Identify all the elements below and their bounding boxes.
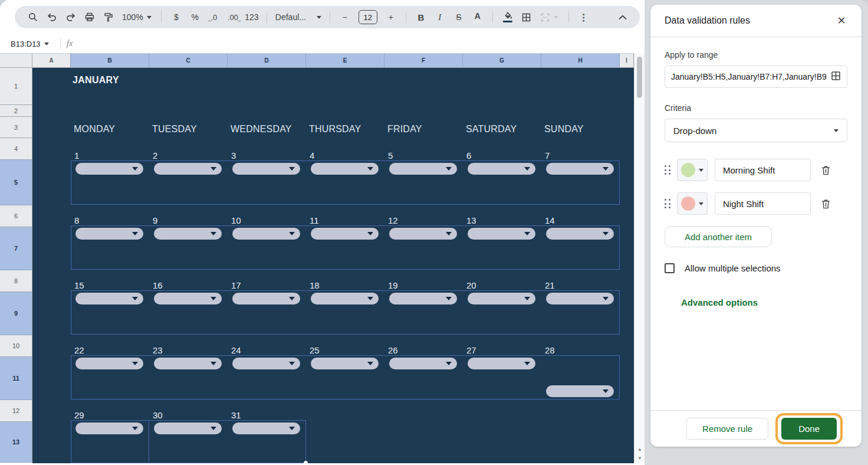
shift-dropdown-cell[interactable] <box>154 358 222 369</box>
shift-dropdown-cell[interactable] <box>311 163 379 175</box>
more-formats-button[interactable]: 123 <box>243 8 261 26</box>
strikethrough-button[interactable]: S <box>450 8 468 26</box>
shift-dropdown-cell[interactable] <box>75 163 143 175</box>
shift-dropdown-cell[interactable] <box>154 423 222 434</box>
shift-dropdown-cell[interactable] <box>75 228 143 240</box>
delete-item-icon[interactable] <box>818 196 833 211</box>
column-header-A[interactable]: A <box>32 53 71 68</box>
add-another-item-button[interactable]: Add another item <box>665 226 772 247</box>
row-header-8[interactable]: 8 <box>0 270 32 292</box>
done-button[interactable]: Done <box>781 418 837 440</box>
drag-handle-icon[interactable] <box>665 199 672 208</box>
font-name-select[interactable]: Defaul... <box>273 8 324 26</box>
allow-multiple-checkbox[interactable] <box>665 263 675 273</box>
name-box[interactable]: B13:D13 <box>0 40 59 48</box>
redo-icon[interactable] <box>62 8 80 26</box>
row-header-10[interactable]: 10 <box>0 335 32 357</box>
italic-button[interactable]: I <box>431 8 449 26</box>
text-color-button[interactable]: A <box>469 8 486 26</box>
row-header-2[interactable]: 2 <box>0 105 32 117</box>
shift-dropdown-cell[interactable] <box>389 358 457 369</box>
bold-button[interactable]: B <box>412 8 430 26</box>
item-label-input[interactable]: Morning Shift <box>715 159 811 181</box>
drag-handle-icon[interactable] <box>665 165 672 175</box>
font-size-input[interactable]: 12 <box>359 10 377 24</box>
scroll-up-icon[interactable]: ▲ <box>637 447 642 452</box>
item-color-picker[interactable] <box>677 159 708 181</box>
zoom-control[interactable]: 100% <box>119 8 155 26</box>
shift-dropdown-cell[interactable] <box>232 163 300 175</box>
row-header-6[interactable]: 6 <box>0 205 32 227</box>
item-label-input[interactable]: Night Shift <box>715 192 811 215</box>
delete-item-icon[interactable] <box>818 162 833 178</box>
shift-dropdown-cell[interactable] <box>75 423 143 434</box>
remove-rule-button[interactable]: Remove rule <box>686 418 768 440</box>
shift-dropdown-cell[interactable] <box>468 358 535 369</box>
print-icon[interactable] <box>81 8 98 26</box>
paint-format-icon[interactable] <box>100 8 117 26</box>
row-header-5[interactable]: 5 <box>0 160 32 205</box>
row-header-1[interactable]: 1 <box>0 68 32 105</box>
percent-format-button[interactable]: % <box>186 8 204 26</box>
decrease-font-size-button[interactable]: − <box>336 8 354 26</box>
borders-button[interactable] <box>518 8 535 26</box>
currency-format-button[interactable]: $ <box>167 8 185 26</box>
row-header-13[interactable]: 13 <box>0 422 32 463</box>
criteria-select[interactable]: Drop-down <box>665 119 847 142</box>
scroll-down-icon[interactable]: ▼ <box>637 456 642 461</box>
sheet-canvas[interactable]: JANUARY MONDAYTUESDAYWEDNESDAYTHURSDAYFR… <box>32 68 634 463</box>
column-header-F[interactable]: F <box>384 53 463 68</box>
advanced-options-link[interactable]: Advanced options <box>681 297 847 307</box>
collapse-toolbar-icon[interactable] <box>614 8 632 26</box>
row-header-3[interactable]: 3 <box>0 117 32 138</box>
column-header-E[interactable]: E <box>306 53 384 68</box>
increase-font-size-button[interactable]: + <box>382 8 400 26</box>
shift-dropdown-cell[interactable] <box>232 228 300 240</box>
column-header-D[interactable]: D <box>228 53 306 68</box>
vertical-scrollbar[interactable]: ▲▼ <box>634 53 645 463</box>
shift-dropdown-cell[interactable] <box>468 228 535 240</box>
shift-dropdown-cell[interactable] <box>232 423 300 434</box>
shift-dropdown-cell[interactable] <box>232 293 300 304</box>
shift-dropdown-cell[interactable] <box>311 293 379 304</box>
more-options-icon[interactable]: ⋮ <box>575 8 593 26</box>
shift-dropdown-cell[interactable] <box>546 163 614 175</box>
decrease-decimal-button[interactable]: .0← <box>205 8 223 26</box>
select-data-range-icon[interactable] <box>831 71 841 83</box>
column-header-G[interactable]: G <box>463 53 541 68</box>
shift-dropdown-cell[interactable] <box>75 293 143 304</box>
shift-dropdown-cell[interactable] <box>389 228 457 240</box>
undo-icon[interactable] <box>43 8 61 26</box>
close-icon[interactable]: ✕ <box>834 14 849 28</box>
shift-dropdown-cell[interactable] <box>546 228 614 240</box>
search-icon[interactable] <box>24 8 42 26</box>
select-all-corner[interactable] <box>0 53 32 68</box>
shift-dropdown-cell[interactable] <box>154 228 222 240</box>
shift-dropdown-cell[interactable] <box>389 293 457 304</box>
column-header-H[interactable]: H <box>541 53 620 68</box>
shift-dropdown-cell[interactable] <box>546 385 614 397</box>
fill-color-button[interactable] <box>499 8 517 26</box>
shift-dropdown-cell[interactable] <box>232 358 300 369</box>
range-input[interactable]: January!B5:H5,January!B7:H7,January!B9:H… <box>665 66 847 88</box>
shift-dropdown-cell[interactable] <box>311 358 379 369</box>
scrollbar-thumb[interactable] <box>637 57 642 98</box>
row-header-7[interactable]: 7 <box>0 227 32 270</box>
increase-decimal-button[interactable]: .00→ <box>224 8 242 26</box>
shift-dropdown-cell[interactable] <box>154 293 222 304</box>
shift-dropdown-cell[interactable] <box>311 228 379 240</box>
item-color-picker[interactable] <box>677 192 708 215</box>
row-header-9[interactable]: 9 <box>0 292 32 335</box>
fill-handle[interactable] <box>304 461 308 463</box>
shift-dropdown-cell[interactable] <box>468 293 535 304</box>
row-header-12[interactable]: 12 <box>0 400 32 422</box>
row-header-11[interactable]: 11 <box>0 357 32 400</box>
column-header-B[interactable]: B <box>71 53 149 68</box>
shift-dropdown-cell[interactable] <box>546 293 614 304</box>
column-header-C[interactable]: C <box>149 53 228 68</box>
row-header-4[interactable]: 4 <box>0 138 32 160</box>
shift-dropdown-cell[interactable] <box>468 163 535 175</box>
shift-dropdown-cell[interactable] <box>75 358 143 369</box>
column-header-I[interactable]: I <box>620 53 634 68</box>
shift-dropdown-cell[interactable] <box>389 163 457 175</box>
